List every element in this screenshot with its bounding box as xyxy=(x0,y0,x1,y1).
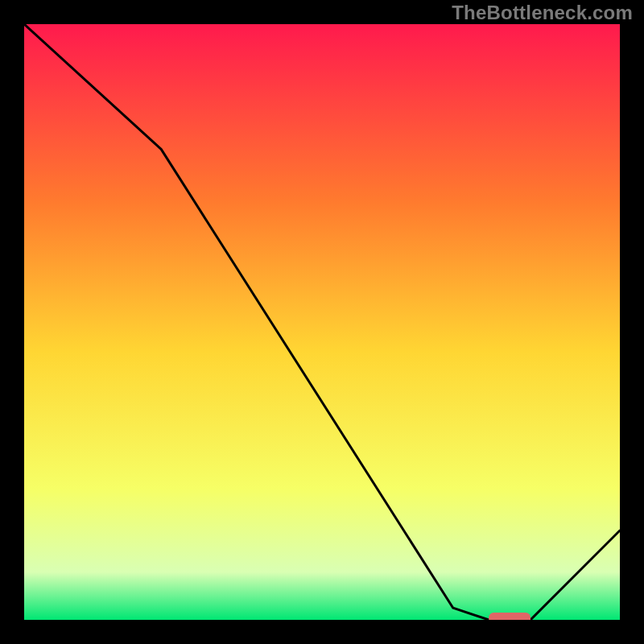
chart-svg xyxy=(24,24,620,620)
watermark-text: TheBottleneck.com xyxy=(452,2,633,24)
gradient-background xyxy=(24,24,620,620)
optimal-range-marker xyxy=(489,613,530,620)
chart-frame: TheBottleneck.com xyxy=(0,0,644,644)
plot-area xyxy=(24,24,620,620)
